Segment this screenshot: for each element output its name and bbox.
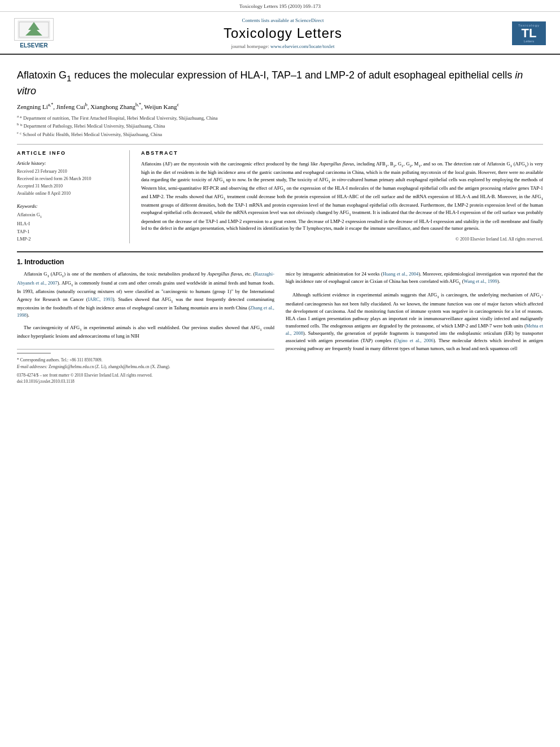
tl-badge: Toxicology TL Letters (509, 21, 549, 45)
accepted-date: Accepted 31 March 2010 (17, 183, 121, 189)
history-label: Article history: (17, 160, 121, 166)
copyright-text: © 2010 Elsevier Ireland Ltd. All rights … (141, 237, 543, 242)
page-wrapper: Toxicology Letters 195 (2010) 169–173 EL… (0, 0, 560, 390)
intro-paragraph-1: Aflatoxin G1 (AFG1) is one of the member… (17, 270, 274, 319)
affiliation-c: c ᶜ School of Public Health, Hebei Medic… (17, 130, 543, 138)
intro-paragraph-4: Although sufficient evidence in experime… (286, 291, 543, 352)
elsevier-text: ELSEVIER (20, 42, 47, 49)
affiliations: a ᵃ Department of nutrition, The First A… (17, 113, 543, 138)
keyword-1: Aflatoxin G1 (17, 211, 121, 220)
revised-date: Received in revised form 26 March 2010 (17, 176, 121, 182)
body-col-right: mice by intragastric administration for … (286, 270, 543, 385)
authors: Zengning Lia,*, Jinfeng Cuib, Xianghong … (17, 102, 543, 110)
abstract-heading: ABSTRACT (141, 150, 543, 156)
citation-text: Toxicology Letters 195 (2010) 169–173 (239, 3, 321, 9)
received-date: Received 23 February 2010 (17, 168, 121, 174)
body-col-left: Aflatoxin G1 (AFG1) is one of the member… (17, 270, 274, 385)
journal-header: ELSEVIER Contents lists available at Sci… (0, 12, 560, 55)
article-info-column: ARTICLE INFO Article history: Received 2… (17, 150, 130, 244)
keyword-3: TAP-1 (17, 228, 121, 236)
header-center: Contents lists available at ScienceDirec… (56, 18, 509, 49)
section-title-intro: 1. Introduction (17, 258, 543, 266)
keywords-label: Keywords: (17, 203, 121, 209)
keyword-2: HLA-I (17, 220, 121, 228)
article-title: Aflatoxin G1 reduces the molecular expre… (17, 68, 543, 98)
abstract-text: Aflatoxins (AF) are the mycotoxin with t… (141, 160, 543, 232)
body-section: 1. Introduction Aflatoxin G1 (AFG1) is o… (17, 251, 543, 385)
abstract-column: ABSTRACT Aflatoxins (AF) are the mycotox… (141, 150, 543, 244)
footer-notes: * Corresponding authors. Tel.: +86 311 8… (17, 349, 274, 385)
email-info: E-mail addresses: Zengningli@helmu.edu.c… (17, 364, 274, 370)
journal-title: Toxicology Letters (56, 25, 509, 41)
available-date: Available online 8 April 2010 (17, 190, 121, 196)
citation-bar: Toxicology Letters 195 (2010) 169–173 (0, 0, 560, 12)
footer-divider (17, 353, 51, 353)
body-two-col: Aflatoxin G1 (AFG1) is one of the member… (17, 270, 543, 385)
sciencedirect-link: Contents lists available at ScienceDirec… (56, 18, 509, 23)
issn-text: 0378-4274/$ – see front matter © 2010 El… (17, 372, 274, 378)
keywords-section: Keywords: Aflatoxin G1 HLA-I TAP-1 LMP-2 (17, 203, 121, 243)
tl-letters: TL (515, 27, 542, 40)
tl-box: Toxicology TL Letters (512, 21, 546, 45)
article-info-heading: ARTICLE INFO (17, 150, 121, 156)
elsevier-icon (14, 18, 54, 41)
elsevier-logo: ELSEVIER (11, 18, 56, 49)
intro-paragraph-2: The carcinogenicity of AFG1 in experimen… (17, 324, 274, 340)
intro-paragraph-3: mice by intragastric administration for … (286, 270, 543, 287)
main-content: Aflatoxin G1 reduces the molecular expre… (0, 55, 560, 390)
tl-sub: Letters (515, 40, 542, 43)
doi-text: doi:10.1016/j.toxlet.2010.03.1118 (17, 378, 274, 385)
affiliation-a: a ᵃ Department of nutrition, The First A… (17, 113, 543, 122)
keyword-4: LMP-2 (17, 235, 121, 243)
journal-homepage: journal homepage: www.elsevier.com/locat… (56, 43, 509, 49)
article-info-abstract-section: ARTICLE INFO Article history: Received 2… (17, 144, 543, 244)
affiliation-b: b ᵇ Department of Pathology, Hebei Medic… (17, 121, 543, 130)
corresponding-note: * Corresponding authors. Tel.: +86 311 8… (17, 357, 274, 363)
